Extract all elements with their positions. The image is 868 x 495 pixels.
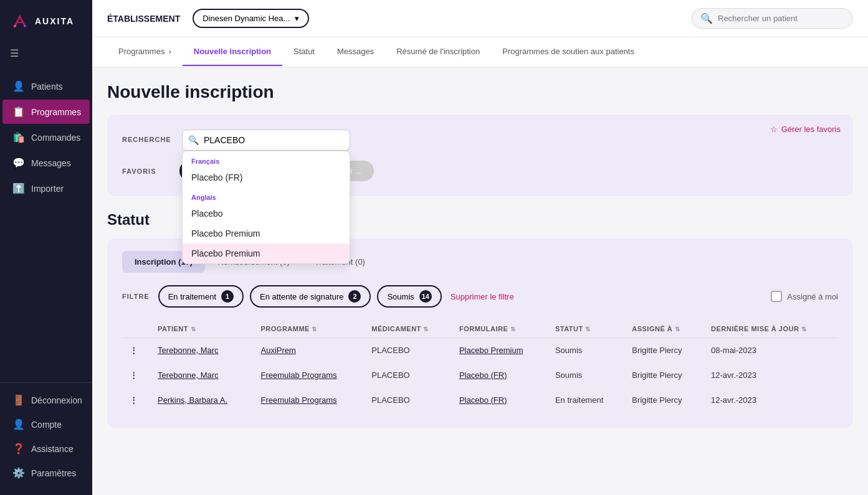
sidebar-item-deconnexion[interactable]: 🚪 Déconnexion [2, 388, 90, 412]
dropdown-item-placebo-premium-1[interactable]: Placebo Premium [183, 224, 350, 243]
page-content: Nouvelle inscription ☆ Gérer les favoris… [92, 67, 868, 495]
dropdown-item-placebo[interactable]: Placebo [183, 204, 350, 224]
sidebar-item-importer[interactable]: ⬆️ Importer [2, 176, 90, 200]
sidebar-item-compte[interactable]: 👤 Compte [2, 412, 90, 436]
sidebar-item-parametres[interactable]: ⚙️ Paramètres [2, 461, 90, 485]
sidebar-item-label-patients: Patients [31, 82, 63, 92]
statut-card: Inscription (17) Remboursement (6) Trait… [107, 238, 853, 428]
filter-soumis[interactable]: Soumis 14 [377, 285, 441, 308]
programmes-icon: 📋 [12, 106, 25, 118]
table-row: ⋮ Perkins, Barbara A. Freemulab Programs… [122, 388, 838, 413]
filter-label: FILTRE [122, 293, 150, 300]
sidebar-item-programmes[interactable]: 📋 Programmes [2, 100, 90, 124]
sidebar-item-label-messages: Messages [31, 158, 71, 168]
sidebar-item-messages[interactable]: 💬 Messages [2, 151, 90, 175]
row-date: 12-avr.-2023 [703, 388, 838, 413]
col-header-dots [122, 320, 150, 338]
page-title: Nouvelle inscription [107, 82, 853, 102]
sidebar-item-label-assistance: Assistance [31, 444, 74, 454]
search-dropdown: Français Placebo (FR) Anglais Placebo Pl… [182, 151, 350, 264]
commandes-icon: 🛍️ [12, 131, 25, 143]
col-header-date[interactable]: DERNIÈRE MISE À JOUR ⇅ [703, 320, 838, 338]
sidebar-item-label-importer: Importer [31, 184, 64, 194]
col-header-assigne[interactable]: ASSIGNÉ À ⇅ [624, 320, 703, 338]
manage-favorites-button[interactable]: ☆ Gérer les favoris [770, 125, 841, 134]
row-assigne: Brigitte Piercy [624, 338, 703, 363]
favoris-label: FAVORIS [122, 167, 172, 175]
main-content: ÉTABLISSEMENT Dinesen Dynamic Hea... ▾ 🔍… [92, 0, 868, 495]
recherche-input[interactable] [182, 130, 350, 151]
assigned-to-me-checkbox[interactable]: Assigné à moi [771, 291, 838, 302]
tab-nouvelle-inscription-label: Nouvelle inscription [194, 47, 271, 56]
tab-statut-label: Statut [293, 47, 315, 56]
tab-breadcrumb-arrow: › [168, 47, 171, 56]
row-medicament: PLACEBO [364, 338, 452, 363]
filter-row: FILTRE En traitement 1 En attente de sig… [122, 285, 838, 308]
chevron-down-icon: ▾ [295, 14, 299, 23]
filter-en-traitement-label: En traitement [168, 292, 216, 301]
dropdown-item-placebo-fr[interactable]: Placebo (FR) [183, 167, 350, 187]
tab-resume[interactable]: Résumé de l'inscription [385, 38, 491, 66]
sidebar-nav: 👤 Patients 📋 Programmes 🛍️ Commandes 💬 M… [0, 69, 92, 382]
etablissement-selector[interactable]: Dinesen Dynamic Hea... ▾ [193, 9, 309, 28]
star-icon: ☆ [770, 125, 778, 134]
sidebar-item-commandes[interactable]: 🛍️ Commandes [2, 125, 90, 149]
col-header-formulaire[interactable]: FORMULAIRE ⇅ [452, 320, 548, 338]
filter-en-attente[interactable]: En attente de signature 2 [250, 285, 371, 308]
filter-en-traitement-badge: 1 [221, 290, 234, 303]
sidebar: AUXITA ☰ 👤 Patients 📋 Programmes 🛍️ Comm… [0, 0, 92, 495]
row-assigne: Brigitte Piercy [624, 388, 703, 413]
row-dots-menu[interactable]: ⋮ [122, 338, 150, 363]
patient-search-bar[interactable]: 🔍 [691, 8, 853, 29]
sidebar-logo: AUXITA [0, 0, 92, 42]
row-formulaire: Placebo (FR) [452, 363, 548, 388]
dropdown-group-anglais: Anglais [183, 187, 350, 204]
row-programme: AuxiPrem [253, 338, 364, 363]
patient-search-input[interactable] [718, 14, 844, 23]
sidebar-item-label-compte: Compte [31, 420, 62, 430]
manage-favorites-label: Gérer les favoris [781, 125, 841, 134]
tab-messages-label: Messages [337, 47, 374, 56]
messages-icon: 💬 [12, 157, 25, 169]
search-section: ☆ Gérer les favoris RECHERCHE 🔍 Français… [107, 115, 853, 196]
row-date: 12-avr.-2023 [703, 363, 838, 388]
tab-resume-label: Résumé de l'inscription [396, 47, 480, 56]
col-header-programme[interactable]: PROGRAMME ⇅ [253, 320, 364, 338]
col-header-statut[interactable]: STATUT ⇅ [548, 320, 624, 338]
col-header-medicament[interactable]: MÉDICAMENT ⇅ [364, 320, 452, 338]
row-date: 08-mai-2023 [703, 338, 838, 363]
dropdown-item-placebo-premium-2[interactable]: Placebo Premium [183, 243, 350, 263]
sidebar-item-label-programmes: Programmes [31, 107, 81, 117]
tab-soutien[interactable]: Programmes de soutien aux patients [491, 38, 646, 66]
recherche-label: RECHERCHE [122, 130, 172, 143]
svg-point-1 [24, 25, 26, 27]
recherche-input-wrap: 🔍 Français Placebo (FR) Anglais Placebo … [182, 130, 350, 151]
tab-messages[interactable]: Messages [326, 38, 385, 66]
tab-nouvelle-inscription[interactable]: Nouvelle inscription [183, 38, 282, 66]
row-dots-menu[interactable]: ⋮ [122, 363, 150, 388]
clear-filter-button[interactable]: Supprimer le filtre [451, 292, 514, 301]
sidebar-item-assistance[interactable]: ❓ Assistance [2, 436, 90, 461]
row-dots-menu[interactable]: ⋮ [122, 388, 150, 413]
filter-soumis-badge: 14 [419, 290, 432, 303]
filter-en-traitement[interactable]: En traitement 1 [158, 285, 244, 308]
logo-text: AUXITA [35, 16, 74, 26]
table-row: ⋮ Terebonne, Marc AuxiPrem PLACEBO Place… [122, 338, 838, 363]
recherche-search-icon: 🔍 [188, 135, 199, 145]
deconnexion-icon: 🚪 [12, 394, 25, 406]
sidebar-item-label-parametres: Paramètres [31, 468, 76, 478]
tab-programmes[interactable]: Programmes › [107, 38, 183, 66]
sidebar-item-label-deconnexion: Déconnexion [31, 395, 82, 405]
collapse-button[interactable]: ☰ [0, 42, 92, 69]
row-programme: Freemulab Programs [253, 388, 364, 413]
row-statut: Soumis [548, 338, 624, 363]
tab-statut[interactable]: Statut [282, 38, 326, 66]
table-row: ⋮ Terebonne, Marc Freemulab Programs PLA… [122, 363, 838, 388]
assigned-to-me-label: Assigné à moi [787, 292, 838, 301]
sidebar-bottom: 🚪 Déconnexion 👤 Compte ❓ Assistance ⚙️ P… [0, 382, 92, 495]
row-patient: Terebonne, Marc [150, 363, 253, 388]
dropdown-group-francais: Français [183, 151, 350, 167]
sidebar-item-patients[interactable]: 👤 Patients [2, 74, 90, 98]
tab-programmes-label: Programmes [118, 47, 165, 56]
col-header-patient[interactable]: PATIENT ⇅ [150, 320, 253, 338]
